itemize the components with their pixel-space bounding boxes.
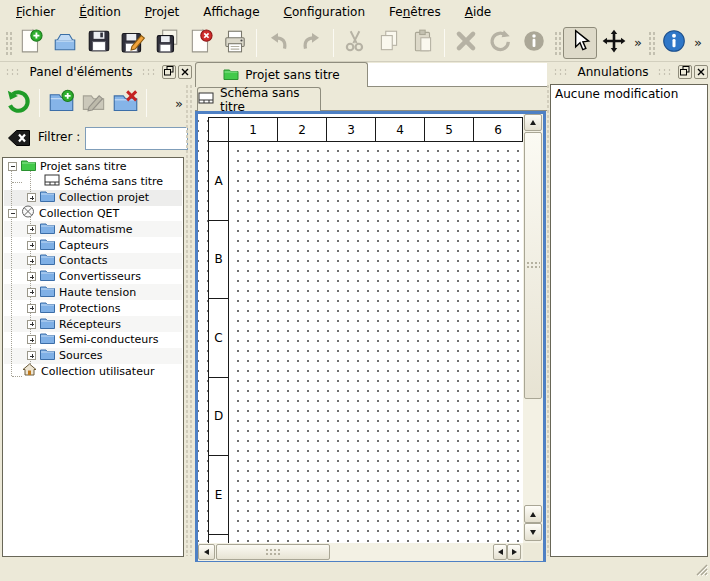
move-mode-button[interactable] [597,27,631,59]
tree-item-collection-utilisateur[interactable]: Collection utilisateur [4,363,182,379]
rotate-button[interactable] [483,27,517,59]
undo-button[interactable] [261,27,295,59]
left-splitter-handle[interactable] [185,84,193,556]
tree-item-projet[interactable]: Projet sans titre [4,158,182,174]
scroll-down-button[interactable] [524,523,542,541]
delete-category-button[interactable] [109,87,141,119]
tree-item-automatisme[interactable]: Automatisme [4,221,182,237]
element-info-button[interactable] [517,27,551,59]
save-all-button[interactable] [150,27,184,59]
dock-float-button[interactable] [162,65,176,79]
move-icon [601,28,627,57]
scroll-up-button-2[interactable] [524,505,542,523]
expand-expander-icon[interactable] [27,225,36,234]
horizontal-scrollbar-thumb[interactable] [216,544,330,560]
toolbar-overflow-chevron[interactable]: » [631,35,645,50]
tree-item-convertisseurs[interactable]: Convertisseurs [4,269,182,285]
collapse-expander-icon[interactable] [8,162,17,171]
thumb-grip [265,548,281,557]
open-document-button[interactable] [48,27,82,59]
menu-edition[interactable]: Édition [69,2,131,22]
grid-column-header: 3 [326,117,376,142]
right-arrow-icon [512,549,517,555]
scroll-left-button[interactable] [198,544,215,560]
tab-schema-sans-titre[interactable]: Schéma sans titre [197,87,321,111]
copy-button[interactable] [372,27,406,59]
tree-item-haute-tension[interactable]: Haute tension [4,284,182,300]
tree-item-collection-projet[interactable]: Collection projet [4,190,182,206]
rotate-icon [487,28,513,57]
tree-item-schema[interactable]: Schéma sans titre [4,174,182,190]
scroll-up-button[interactable] [524,114,542,131]
save-button[interactable] [82,27,116,59]
undo-list-item[interactable]: Aucune modification [551,85,707,103]
schema-canvas[interactable]: 1 2 3 4 5 6 A B C D E [198,114,523,543]
expand-expander-icon[interactable] [27,193,36,202]
expand-expander-icon[interactable] [27,351,36,360]
panel-overflow-chevron[interactable]: » [172,96,186,111]
menu-affichage[interactable]: Affichage [193,2,269,22]
tree-item-contacts[interactable]: Contacts [4,253,182,269]
tab-projet-sans-titre[interactable]: Projet sans titre [195,62,368,87]
dock-close-button[interactable] [178,65,192,79]
collapse-expander-icon[interactable] [8,209,17,218]
dock-drag-handle[interactable] [553,68,569,76]
print-button[interactable] [218,27,252,59]
annulations-title: Annulations [572,65,655,79]
close-document-button[interactable] [184,27,218,59]
info-button[interactable] [657,27,691,59]
expand-expander-icon[interactable] [27,241,36,250]
menu-projet[interactable]: Projet [135,2,189,22]
dock-close-button[interactable] [694,65,708,79]
save-as-button[interactable] [116,27,150,59]
tree-item-semi-conducteurs[interactable]: Semi-conducteurs [4,332,182,348]
vertical-scrollbar[interactable] [523,114,543,543]
tree-item-sources[interactable]: Sources [4,348,182,364]
menu-fenetres[interactable]: Fenêtres [379,2,451,22]
menu-configuration[interactable]: Configuration [274,2,375,22]
expand-expander-icon[interactable] [27,320,36,329]
elements-panel-toolbar: » [2,84,192,122]
reload-collections-button[interactable] [2,87,34,119]
new-category-button[interactable] [45,87,77,119]
tree-item-protections[interactable]: Protections [4,300,182,316]
folder-icon [40,222,55,237]
expand-expander-icon[interactable] [27,256,36,265]
filter-input[interactable] [85,127,188,150]
expand-expander-icon[interactable] [27,288,36,297]
toolbar-drag-handle[interactable] [647,30,655,56]
redo-button[interactable] [295,27,329,59]
delete-button[interactable] [449,27,483,59]
tree-item-recepteurs[interactable]: Récepteurs [4,316,182,332]
resize-grip[interactable] [695,563,708,579]
scroll-left-button-2[interactable] [493,544,507,560]
new-folder-icon [48,88,75,118]
main-toolbar: » » [0,24,710,62]
tree-item-collection-qet[interactable]: Collection QET [4,205,182,221]
toolbar-separator [146,89,147,117]
cut-button[interactable] [338,27,372,59]
edit-category-button[interactable] [77,87,109,119]
paste-button[interactable] [406,27,440,59]
tree-item-capteurs[interactable]: Capteurs [4,237,182,253]
toolbar-drag-handle[interactable] [553,30,561,56]
expand-expander-icon[interactable] [27,304,36,313]
menu-aide[interactable]: Aide [455,2,502,22]
expand-expander-icon[interactable] [27,272,36,281]
new-document-button[interactable] [14,27,48,59]
clear-filter-icon[interactable] [7,127,31,152]
menu-fichier[interactable]: Fichier [6,2,65,22]
scroll-right-button[interactable] [507,544,521,560]
expand-expander-icon[interactable] [27,335,36,344]
toolbar-overflow-chevron[interactable]: » [691,35,705,50]
dock-drag-handle[interactable] [141,68,157,76]
dock-drag-handle[interactable] [5,68,21,76]
copy-icon [376,28,402,57]
dock-float-button[interactable] [678,65,692,79]
select-mode-button[interactable] [563,27,597,59]
horizontal-scrollbar[interactable] [198,543,523,561]
toolbar-drag-handle[interactable] [4,30,12,56]
dock-drag-handle[interactable] [657,68,673,76]
vertical-scrollbar-thumb[interactable] [524,132,542,399]
status-bar [0,562,710,581]
